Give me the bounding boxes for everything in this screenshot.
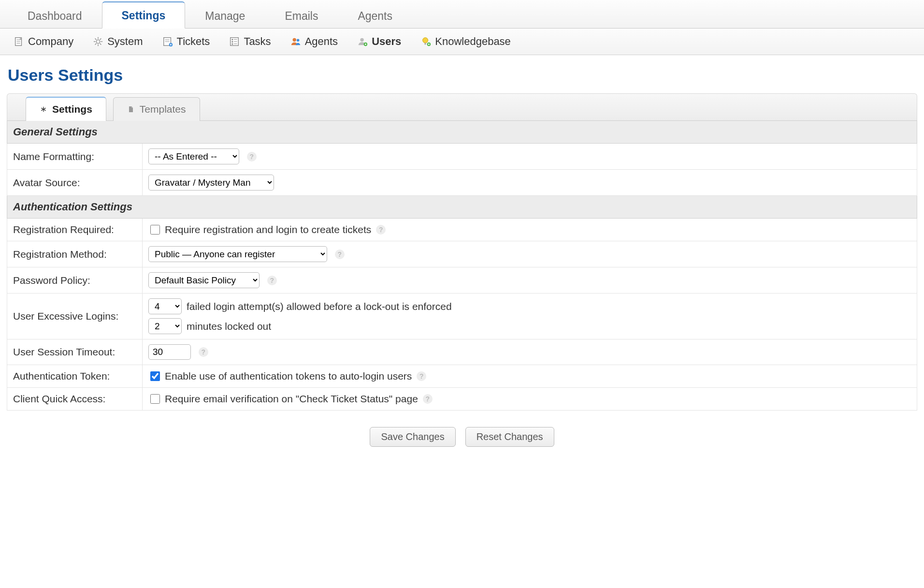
subnav-label: Company <box>28 35 73 48</box>
registration-required-label: Registration Required: <box>7 219 143 241</box>
subnav-label: Knowledgebase <box>435 35 511 48</box>
subnav-tickets[interactable]: Tickets <box>159 33 213 50</box>
subnav-tasks[interactable]: Tasks <box>226 33 274 50</box>
svg-line-12 <box>100 39 101 40</box>
subnav-label: Tickets <box>177 35 210 48</box>
quick-access-label: Client Quick Access: <box>7 388 143 411</box>
auth-token-label: Authentication Token: <box>7 365 143 388</box>
name-formatting-label: Name Formatting: <box>7 144 143 170</box>
inner-tab-label: Templates <box>140 103 186 115</box>
svg-rect-20 <box>232 39 233 41</box>
inner-tab-templates[interactable]: Templates <box>113 97 200 121</box>
lockout-minutes-select[interactable]: 2 <box>148 318 182 334</box>
login-attempts-select[interactable]: 4 <box>148 298 182 314</box>
subnav-users[interactable]: Users <box>354 33 404 50</box>
subnav-label: Users <box>372 35 401 48</box>
reset-button[interactable]: Reset Changes <box>465 427 554 447</box>
svg-point-26 <box>292 38 296 42</box>
subnav-label: System <box>107 35 143 48</box>
lightbulb-icon <box>420 36 431 47</box>
session-timeout-input[interactable] <box>148 344 191 360</box>
inner-tabs: Settings Templates <box>7 93 917 120</box>
help-icon[interactable]: ? <box>247 152 257 162</box>
tab-dashboard[interactable]: Dashboard <box>8 2 102 29</box>
subnav-label: Agents <box>305 35 338 48</box>
footer-actions: Save Changes Reset Changes <box>7 427 917 447</box>
sub-nav: Company System Tickets Tasks Agents User… <box>0 29 924 55</box>
inner-tab-label: Settings <box>52 103 92 115</box>
tab-manage[interactable]: Manage <box>185 2 265 29</box>
login-attempts-text: failed login attempt(s) allowed before a… <box>187 301 452 312</box>
settings-form: General Settings Name Formatting: -- As … <box>7 120 917 411</box>
svg-line-11 <box>95 44 97 45</box>
registration-method-label: Registration Method: <box>7 241 143 267</box>
save-button[interactable]: Save Changes <box>370 427 455 447</box>
ticket-icon <box>162 36 173 47</box>
svg-rect-33 <box>425 43 427 45</box>
agents-icon <box>290 36 301 47</box>
svg-point-28 <box>361 38 364 42</box>
help-icon[interactable]: ? <box>376 225 386 235</box>
avatar-source-select[interactable]: Gravatar / Mystery Man <box>148 175 274 191</box>
name-formatting-select[interactable]: -- As Entered -- <box>148 148 239 164</box>
file-icon <box>127 105 135 113</box>
svg-line-10 <box>100 44 101 45</box>
asterisk-icon <box>40 105 47 113</box>
section-general-header: General Settings <box>7 121 917 144</box>
quick-access-text: Require email verification on "Check Tic… <box>165 393 418 405</box>
help-icon[interactable]: ? <box>267 276 277 285</box>
svg-point-27 <box>296 39 299 42</box>
registration-required-text: Require registration and login to create… <box>165 224 371 235</box>
subnav-agents[interactable]: Agents <box>288 33 341 50</box>
page-title: Users Settings <box>8 66 924 85</box>
section-auth-header: Authentication Settings <box>7 196 917 219</box>
user-icon <box>357 36 368 47</box>
auth-token-checkbox[interactable] <box>150 371 160 381</box>
svg-point-32 <box>423 38 428 43</box>
svg-point-4 <box>96 40 100 43</box>
quick-access-checkbox[interactable] <box>150 394 160 404</box>
help-icon[interactable]: ? <box>423 394 433 404</box>
inner-tab-settings[interactable]: Settings <box>26 97 106 121</box>
registration-method-select[interactable]: Public — Anyone can register <box>148 246 327 262</box>
help-icon[interactable]: ? <box>417 371 426 381</box>
help-icon[interactable]: ? <box>199 347 208 357</box>
lockout-minutes-text: minutes locked out <box>187 321 271 332</box>
subnav-knowledgebase[interactable]: Knowledgebase <box>418 33 514 50</box>
svg-rect-21 <box>232 41 233 43</box>
password-policy-label: Password Policy: <box>7 267 143 294</box>
top-nav: Dashboard Settings Manage Emails Agents <box>0 0 924 29</box>
svg-rect-22 <box>232 44 233 45</box>
registration-required-checkbox[interactable] <box>150 225 160 235</box>
help-icon[interactable]: ? <box>335 250 345 259</box>
subnav-company[interactable]: Company <box>11 33 76 50</box>
session-timeout-label: User Session Timeout: <box>7 339 143 365</box>
tab-settings[interactable]: Settings <box>102 1 186 29</box>
subnav-system[interactable]: System <box>90 33 145 50</box>
tasks-icon <box>229 36 240 47</box>
subnav-label: Tasks <box>244 35 271 48</box>
document-icon <box>14 36 24 47</box>
svg-line-9 <box>95 39 97 40</box>
tab-agents[interactable]: Agents <box>338 2 412 29</box>
avatar-source-label: Avatar Source: <box>7 170 143 196</box>
gear-icon <box>93 36 103 47</box>
password-policy-select[interactable]: Default Basic Policy <box>148 272 260 288</box>
tab-emails[interactable]: Emails <box>265 2 338 29</box>
auth-token-text: Enable use of authentication tokens to a… <box>165 370 412 382</box>
excessive-logins-label: User Excessive Logins: <box>7 294 143 339</box>
